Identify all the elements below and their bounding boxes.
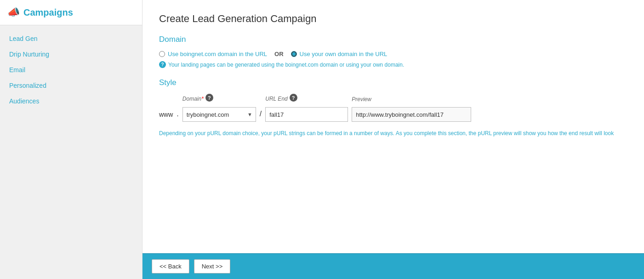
campaigns-icon: 📣: [7, 6, 20, 18]
slash-group: /: [260, 101, 262, 122]
domain-help-icon[interactable]: ?: [205, 94, 213, 102]
domain-option-boingnet[interactable]: Use boingnet.com domain in the URL: [159, 51, 267, 57]
www-group: www: [159, 102, 173, 122]
preview-input[interactable]: [352, 107, 471, 122]
domain-radio-boingnet[interactable]: [159, 51, 165, 57]
next-button[interactable]: Next >>: [194, 259, 231, 273]
sidebar-title: Campaigns: [23, 7, 73, 18]
or-label: OR: [274, 51, 284, 57]
sidebar-item-label: Lead Gen: [9, 35, 38, 42]
purl-info-text: Depending on your pURL domain choice, yo…: [159, 129, 627, 137]
domain-select-wrapper: tryboingnet.com boingnet.com ▼: [182, 107, 256, 122]
sidebar-item-email[interactable]: Email: [0, 62, 142, 78]
url-end-field-group: URL End ?: [265, 94, 348, 122]
domain-options: Use boingnet.com domain in the URL OR Us…: [159, 51, 627, 57]
url-end-input[interactable]: [265, 107, 348, 122]
main-content: Create Lead Generation Campaign Domain U…: [142, 0, 644, 279]
sidebar-item-label: Audiences: [9, 97, 39, 105]
back-button[interactable]: << Back: [152, 259, 189, 273]
domain-section-title: Domain: [159, 35, 627, 44]
domain-field-label: Domain*: [182, 96, 204, 102]
style-section-title: Style: [159, 78, 627, 87]
slash-separator: /: [260, 110, 262, 122]
sidebar: 📣 Campaigns Lead Gen Drip Nurturing Emai…: [0, 0, 142, 279]
sidebar-item-lead-gen[interactable]: Lead Gen: [0, 31, 142, 46]
style-section: Style www .: [159, 78, 627, 137]
url-end-label: URL End: [265, 96, 287, 102]
url-end-help-icon[interactable]: ?: [290, 94, 297, 102]
style-row: www . Domain* ?: [159, 94, 627, 122]
sidebar-nav: Lead Gen Drip Nurturing Email Personaliz…: [0, 25, 142, 279]
footer-bar: << Back Next >>: [142, 253, 644, 279]
domain-select[interactable]: tryboingnet.com boingnet.com: [182, 107, 256, 122]
domain-section: Domain Use boingnet.com domain in the UR…: [159, 35, 627, 68]
domain-help-description: Your landing pages can be generated usin…: [168, 62, 404, 68]
domain-option-own-label: Use your own domain in the URL: [300, 51, 388, 57]
sidebar-item-drip-nurturing[interactable]: Drip Nurturing: [0, 46, 142, 62]
domain-info-icon: ?: [159, 61, 166, 68]
sidebar-header: 📣 Campaigns: [0, 0, 142, 25]
www-label: www: [159, 111, 173, 122]
preview-field-group: Preview: [352, 96, 471, 122]
domain-radio-own[interactable]: [291, 51, 297, 57]
domain-option-boingnet-label: Use boingnet.com domain in the URL: [168, 51, 267, 57]
sidebar-item-audiences[interactable]: Audiences: [0, 93, 142, 109]
content-area: Create Lead Generation Campaign Domain U…: [142, 0, 644, 253]
domain-help-text: ? Your landing pages can be generated us…: [159, 61, 627, 68]
preview-label: Preview: [352, 96, 471, 105]
sidebar-item-label: Personalized: [9, 82, 46, 89]
domain-field-group: Domain* ? tryboingnet.com boingnet.com ▼: [182, 94, 256, 122]
dot-separator: .: [177, 110, 178, 122]
dot-group: .: [177, 101, 178, 122]
sidebar-item-label: Drip Nurturing: [9, 51, 49, 58]
domain-option-own[interactable]: Use your own domain in the URL: [291, 51, 388, 57]
page-title: Create Lead Generation Campaign: [159, 13, 627, 25]
sidebar-item-label: Email: [9, 66, 25, 74]
sidebar-item-personalized[interactable]: Personalized: [0, 78, 142, 93]
